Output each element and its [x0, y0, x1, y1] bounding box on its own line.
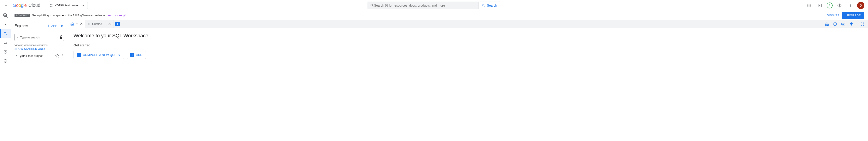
more-vert-icon[interactable] [60, 54, 64, 58]
explorer-title: Explorer [14, 24, 45, 28]
search-icon [17, 36, 19, 39]
explorer-header: Explorer ADD [11, 20, 68, 32]
show-starred-button[interactable]: SHOW STARRED ONLY [13, 46, 66, 52]
svg-rect-29 [842, 23, 843, 24]
svg-point-7 [807, 5, 808, 6]
add-button-label: ADD [51, 24, 57, 28]
project-picker[interactable]: YDTAK test project [47, 2, 88, 9]
rail-item-capacity[interactable] [0, 56, 11, 66]
upgrade-button[interactable]: UPGRADE [842, 12, 864, 19]
keyboard-icon[interactable] [840, 21, 846, 27]
sandbox-banner: SANDBOX Set up billing to upgrade to the… [0, 11, 868, 20]
tab-label: Untitled [92, 22, 102, 26]
learn-more-link[interactable]: Learn more [106, 14, 122, 17]
workspace-toolbar-right [824, 21, 868, 27]
get-started-heading: Get started [73, 43, 863, 47]
action-buttons: + COMPOSE A NEW QUERY + ADD [73, 51, 863, 59]
collapse-panel-button[interactable] [59, 22, 66, 29]
search-input[interactable] [374, 4, 476, 7]
close-tab-icon[interactable]: ✕ [108, 22, 111, 26]
add-button[interactable]: ADD [45, 23, 59, 29]
tab-untitled[interactable]: Untitled ✕ [85, 20, 114, 28]
tree-row-actions [55, 54, 64, 58]
external-link-icon [123, 14, 126, 17]
workspace-content: Welcome to your SQL Workspace! Get start… [68, 28, 868, 64]
svg-rect-31 [843, 23, 844, 24]
tab-menu-caret-icon[interactable] [121, 22, 125, 26]
google-logo-text: Google [13, 3, 27, 8]
svg-point-3 [52, 6, 53, 7]
svg-point-26 [88, 23, 90, 25]
rail-item-dot[interactable] [0, 20, 11, 29]
help-icon[interactable] [835, 1, 843, 9]
plus-box-icon: + [77, 53, 81, 57]
search-button-label: Search [487, 4, 497, 7]
search-help-icon[interactable]: ? [60, 35, 62, 39]
svg-rect-32 [844, 23, 845, 24]
svg-point-23 [62, 54, 63, 55]
dismiss-button[interactable]: DISMISS [827, 14, 839, 17]
new-tab-button[interactable]: + [115, 22, 120, 26]
explorer-body: ? Viewing workspace resources. SHOW STAR… [11, 32, 68, 59]
explorer-search-input[interactable] [20, 36, 58, 39]
tab-home[interactable]: ✕ [68, 20, 85, 28]
cloud-word: Cloud [29, 3, 40, 8]
svg-point-5 [809, 4, 809, 4]
more-vert-icon[interactable] [846, 1, 855, 9]
add-data-button[interactable]: + ADD [127, 51, 146, 59]
avatar-initial: D [860, 3, 862, 7]
svg-point-24 [62, 55, 63, 56]
banner-actions: DISMISS UPGRADE [827, 12, 868, 19]
compose-query-label: COMPOSE A NEW QUERY [83, 53, 121, 56]
search-box[interactable] [368, 2, 479, 9]
chevron-down-icon[interactable] [103, 23, 106, 26]
explorer-search-field[interactable]: ? [14, 34, 64, 41]
search-button[interactable]: Search [479, 2, 500, 9]
rail-item-explorer[interactable] [0, 29, 11, 38]
svg-point-12 [810, 6, 811, 7]
lightbulb-icon[interactable] [848, 21, 857, 27]
query-icon [88, 23, 91, 26]
chevron-right-icon [14, 54, 18, 57]
svg-point-22 [4, 60, 7, 63]
workspace: ✕ Untitled ✕ + [68, 20, 868, 141]
svg-point-15 [850, 4, 851, 4]
chevron-down-icon[interactable] [75, 22, 79, 25]
svg-point-17 [850, 6, 851, 7]
rail-item-scheduled[interactable] [0, 47, 11, 56]
sandbox-tag: SANDBOX [14, 14, 30, 17]
google-cloud-logo[interactable]: Google Cloud [13, 3, 40, 8]
project-tree-item[interactable]: ydtak-test-project [13, 52, 66, 59]
hamburger-menu-icon[interactable] [2, 1, 10, 9]
bigquery-icon [2, 13, 8, 18]
cloud-shell-icon[interactable] [816, 1, 824, 9]
compose-query-button[interactable]: + COMPOSE A NEW QUERY [73, 51, 124, 59]
free-trial-badge[interactable]: 1 [827, 2, 833, 8]
svg-rect-13 [818, 4, 822, 7]
svg-point-10 [807, 6, 808, 7]
banner-message: Set up billing to upgrade to the full Bi… [32, 14, 126, 17]
svg-rect-28 [842, 23, 845, 25]
main-layout: Explorer ADD ? Viewing workspace resourc… [0, 20, 868, 141]
plus-icon [46, 24, 50, 28]
svg-point-0 [50, 4, 51, 5]
close-tab-icon[interactable]: ✕ [80, 22, 83, 26]
clock-icon [3, 50, 7, 54]
top-header: Google Cloud YDTAK test project Search 1 [0, 0, 868, 11]
apps-icon[interactable] [805, 1, 813, 9]
project-icon [49, 4, 53, 7]
project-name: YDTAK test project [55, 4, 80, 7]
star-icon[interactable] [55, 54, 59, 58]
collapse-left-icon [60, 24, 65, 28]
info-icon[interactable] [832, 21, 838, 27]
svg-point-6 [810, 4, 811, 4]
fullscreen-icon[interactable] [859, 21, 865, 27]
analytics-icon [3, 59, 7, 63]
search-icon [3, 31, 7, 36]
home-shortcut-icon[interactable] [824, 21, 830, 27]
user-avatar[interactable]: D [857, 2, 864, 9]
svg-point-9 [810, 5, 811, 6]
rail-item-transfers[interactable] [0, 38, 11, 47]
trial-count: 1 [829, 4, 830, 7]
svg-rect-33 [842, 24, 844, 25]
